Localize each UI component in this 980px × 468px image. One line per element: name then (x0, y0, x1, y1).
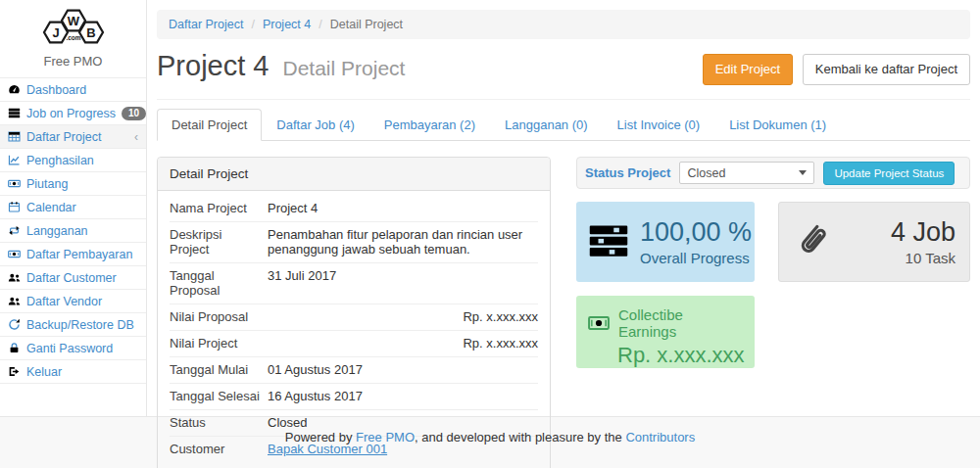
page-header: Project 4 Detail Project Edit Project Ke… (157, 45, 970, 100)
tab-detail-project[interactable]: Detail Project (157, 109, 262, 141)
sidebar-item-ganti-password[interactable]: Ganti Password (0, 337, 146, 360)
detail-row-value: Rp. x.xxx.xxx (268, 336, 538, 351)
tab-daftar-job[interactable]: Daftar Job (4) (262, 109, 368, 141)
sidebar-item-label: Langganan (26, 224, 88, 238)
sidebar-item-keluar[interactable]: Keluar (0, 360, 146, 384)
app-body: W J B .com Free PMO Dashboard Job on Pro… (0, 0, 980, 416)
detail-row-nilai-proposal: Nilai Proposal Rp. x.xxx.xxx (170, 304, 538, 331)
tab-pembayaran[interactable]: Pembayaran (2) (369, 109, 490, 141)
detail-row-label: Nama Project (170, 201, 268, 215)
tab-content: Detail Project Nama Project Project 4 De… (157, 141, 970, 468)
detail-row-label: Nilai Project (170, 336, 268, 351)
svg-text:J: J (52, 25, 59, 40)
svg-text:.com: .com (66, 34, 80, 41)
money-icon (588, 312, 610, 334)
sidebar-item-calendar[interactable]: Calendar (0, 196, 146, 219)
jobs-caption: 10 Task (891, 250, 956, 266)
detail-row-label: Tanggal Selesai (170, 389, 268, 403)
free-pmo-link[interactable]: Free PMO (356, 430, 415, 445)
main-content: Daftar Project Project 4 Detail Project … (147, 0, 980, 416)
users-icon (8, 295, 21, 307)
project-name: Project 4 (157, 50, 269, 81)
sidebar-item-label: Daftar Vendor (26, 295, 102, 308)
tab-bar: Detail Project Daftar Job (4) Pembayaran… (157, 109, 970, 141)
update-project-status-button[interactable]: Update Project Status (823, 162, 955, 185)
sidebar-item-label: Ganti Password (26, 342, 113, 355)
refresh-icon (8, 318, 21, 331)
detail-row-value: 31 Juli 2017 (268, 268, 538, 298)
progress-caption: Overall Progress (640, 250, 752, 266)
breadcrumb-project-4[interactable]: Project 4 (243, 18, 311, 31)
sidebar-item-penghasilan[interactable]: Penghasilan (0, 149, 146, 172)
collectible-earnings-box: Collectibe Earnings Rp. x.xxx.xxx (576, 296, 755, 368)
sidebar-item-label: Piutang (26, 177, 68, 191)
sidebar-item-dashboard[interactable]: Dashboard (0, 78, 146, 102)
jobs-value: 4 Job (891, 218, 956, 248)
users-icon (8, 271, 21, 284)
sidebar-item-label: Backup/Restore DB (26, 318, 134, 332)
status-project-select[interactable]: Closed (679, 162, 814, 184)
line-chart-icon (8, 154, 21, 166)
footer-text: , and developed with pleasure by the (415, 430, 625, 445)
sidebar-item-langganan[interactable]: Langganan (0, 219, 146, 243)
sidebar-item-label: Daftar Pembayaran (26, 248, 132, 261)
status-column: Status Project Closed Update Project Sta… (576, 157, 970, 468)
selected-status: Closed (687, 166, 725, 180)
back-to-list-button[interactable]: Kembali ke daftar Project (803, 54, 970, 85)
sidebar: W J B .com Free PMO Dashboard Job on Pro… (0, 0, 147, 416)
breadcrumb-current: Detail Project (311, 18, 403, 31)
svg-text:W: W (67, 14, 79, 28)
sidebar-item-daftar-customer[interactable]: Daftar Customer (0, 266, 146, 290)
sidebar-item-job-on-progress[interactable]: Job on Progress 10 (0, 102, 146, 125)
page-subtitle: Detail Project (283, 57, 406, 79)
detail-row-label: Nilai Proposal (170, 309, 268, 324)
detail-row-tanggal-mulai: Tanggal Mulai 01 Agustus 2017 (170, 357, 538, 384)
lock-icon (8, 342, 21, 354)
overall-progress-box: 100,00 % Overall Progress (576, 202, 755, 282)
status-project-label: Status Project (585, 165, 670, 180)
table-icon (8, 130, 21, 143)
sidebar-item-label: Keluar (26, 365, 62, 379)
detail-row-value: Penambahan fitur pelaporan dan rincian u… (268, 227, 538, 257)
detail-row-value: 16 Agustus 2017 (268, 389, 538, 403)
tab-langganan[interactable]: Langganan (0) (490, 109, 603, 141)
money-icon (8, 248, 21, 260)
detail-row-deskripsi: Deskripsi Project Penambahan fitur pelap… (170, 222, 538, 263)
sidebar-item-piutang[interactable]: Piutang (0, 172, 146, 196)
select-caret-icon (799, 170, 807, 175)
tab-list-invoice[interactable]: List Invoice (0) (603, 109, 715, 141)
detail-row-label: Tanggal Proposal (170, 268, 268, 298)
breadcrumb-daftar-project[interactable]: Daftar Project (169, 18, 243, 31)
detail-row-nama-project: Nama Project Project 4 (170, 196, 538, 222)
sidebar-item-backup-restore[interactable]: Backup/Restore DB (0, 313, 146, 337)
chevron-left-icon: ‹ (134, 130, 138, 144)
tab-list-dokumen[interactable]: List Dokumen (1) (714, 109, 841, 141)
detail-project-panel: Detail Project Nama Project Project 4 De… (157, 157, 551, 468)
edit-project-button[interactable]: Edit Project (703, 54, 793, 85)
sidebar-item-label: Daftar Customer (26, 271, 117, 285)
contributors-link[interactable]: Contributors (625, 430, 695, 445)
brand-name: Free PMO (0, 51, 146, 77)
jobs-box: 4 Job 10 Task (778, 202, 970, 282)
detail-row-value: Rp. x.xxx.xxx (268, 309, 538, 324)
svg-text:B: B (86, 25, 95, 40)
stat-boxes: 100,00 % Overall Progress 4 Job 10 Task (576, 202, 970, 282)
detail-row-label: Tanggal Mulai (170, 362, 268, 377)
detail-row-value: Project 4 (268, 201, 538, 215)
detail-row-value: 01 Agustus 2017 (268, 362, 538, 377)
sidebar-item-label: Penghasilan (26, 154, 94, 167)
status-project-bar: Status Project Closed Update Project Sta… (576, 157, 970, 189)
detail-row-value: Closed (268, 415, 538, 430)
paperclip-icon (793, 221, 832, 263)
panel-title: Detail Project (158, 158, 550, 191)
sidebar-item-daftar-pembayaran[interactable]: Daftar Pembayaran (0, 243, 146, 266)
tasks-icon (8, 107, 21, 119)
sidebar-item-label: Dashboard (26, 83, 86, 97)
sign-out-icon (8, 365, 21, 378)
sidebar-item-label: Calendar (26, 201, 76, 214)
sidebar-item-daftar-vendor[interactable]: Daftar Vendor (0, 290, 146, 313)
sidebar-item-label: Job on Progress (26, 107, 116, 120)
sidebar-item-daftar-project[interactable]: Daftar Project ‹ (0, 125, 146, 149)
dashboard-icon (8, 83, 21, 96)
progress-value: 100,00 % (640, 218, 752, 248)
